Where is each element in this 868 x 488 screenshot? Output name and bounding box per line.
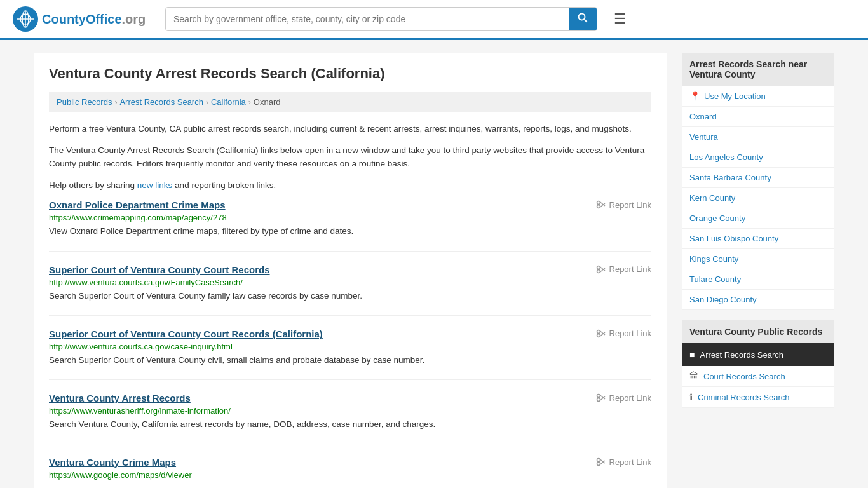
search-input[interactable] bbox=[166, 9, 569, 29]
record-description: View Oxnard Police Department crime maps… bbox=[49, 225, 651, 238]
record-item: Superior Court of Ventura County Court R… bbox=[49, 264, 651, 316]
breadcrumb: Public Records › Arrest Records Search ›… bbox=[49, 92, 651, 112]
scissors-icon bbox=[596, 264, 606, 274]
record-title-link[interactable]: Oxnard Police Department Crime Maps bbox=[49, 200, 226, 210]
record-header: Ventura County Crime Maps Report Link bbox=[49, 457, 651, 468]
svg-point-7 bbox=[597, 201, 600, 205]
breadcrumb-ventura-county: Oxnard bbox=[254, 97, 281, 107]
use-location-label: Use My Location bbox=[704, 92, 766, 101]
breadcrumb-sep-2: › bbox=[206, 98, 208, 107]
svg-point-19 bbox=[597, 395, 600, 398]
svg-point-24 bbox=[597, 463, 600, 466]
records-container: Oxnard Police Department Crime Maps Repo… bbox=[49, 200, 651, 488]
record-title-link[interactable]: Ventura County Arrest Records bbox=[49, 393, 191, 403]
public-records-list: ■Arrest Records Search🏛Court Records Sea… bbox=[682, 343, 834, 408]
nearby-link[interactable]: Tulare County bbox=[689, 274, 741, 284]
search-button[interactable] bbox=[569, 8, 597, 30]
svg-point-20 bbox=[597, 398, 600, 402]
report-link-label: Report Link bbox=[609, 458, 651, 467]
scissors-icon bbox=[596, 457, 606, 467]
logo-name: CountyOffice bbox=[42, 12, 122, 26]
report-link-button[interactable]: Report Link bbox=[596, 264, 651, 274]
nearby-link-item: Kern County bbox=[682, 188, 834, 208]
nearby-link[interactable]: Santa Barbara County bbox=[689, 173, 771, 182]
record-header: Oxnard Police Department Crime Maps Repo… bbox=[49, 200, 651, 210]
active-item-label: Arrest Records Search bbox=[700, 350, 783, 360]
nearby-link-item: Orange County bbox=[682, 208, 834, 229]
breadcrumb-california[interactable]: California bbox=[211, 97, 246, 107]
record-title-link[interactable]: Ventura County Crime Maps bbox=[49, 457, 176, 468]
report-link-button[interactable]: Report Link bbox=[596, 200, 651, 210]
main-container: Ventura County Arrest Records Search (Ca… bbox=[21, 40, 847, 488]
record-url: http://www.ventura.courts.ca.gov/case-in… bbox=[49, 342, 651, 351]
sidebar: Arrest Records Search near Ventura Count… bbox=[682, 53, 834, 488]
public-record-link-item: 🏛Court Records Search bbox=[682, 366, 834, 387]
report-link-label: Report Link bbox=[609, 264, 651, 274]
nearby-link-item: Ventura bbox=[682, 127, 834, 147]
nearby-link[interactable]: Orange County bbox=[689, 214, 745, 223]
nearby-link[interactable]: San Luis Obispo County bbox=[689, 234, 778, 243]
public-records-title: Ventura County Public Records bbox=[682, 320, 834, 343]
report-link-label: Report Link bbox=[609, 329, 651, 338]
nearby-link[interactable]: Ventura bbox=[689, 132, 718, 142]
svg-point-11 bbox=[597, 266, 600, 269]
nearby-link-item: Santa Barbara County bbox=[682, 168, 834, 188]
logo-icon bbox=[13, 6, 38, 32]
pin-icon: 📍 bbox=[689, 91, 700, 101]
description-2: The Ventura County Arrest Records Search… bbox=[49, 144, 651, 171]
nearby-link[interactable]: San Diego County bbox=[689, 295, 757, 304]
record-item-icon: ℹ bbox=[689, 392, 693, 402]
svg-point-16 bbox=[597, 334, 600, 337]
record-url: https://www.google.com/maps/d/viewer bbox=[49, 470, 651, 480]
record-title-link[interactable]: Superior Court of Ventura County Court R… bbox=[49, 264, 270, 275]
record-url: http://www.ventura.courts.ca.gov/FamilyC… bbox=[49, 278, 651, 287]
nearby-link[interactable]: Los Angeles County bbox=[689, 152, 763, 162]
nearby-link-item: Kings County bbox=[682, 249, 834, 269]
public-record-active-item[interactable]: ■Arrest Records Search bbox=[682, 343, 834, 366]
svg-point-12 bbox=[597, 269, 600, 273]
record-header: Superior Court of Ventura County Court R… bbox=[49, 329, 651, 339]
scissors-icon bbox=[596, 393, 606, 403]
logo-suffix: .org bbox=[122, 12, 146, 26]
public-record-link-item: ℹCriminal Records Search bbox=[682, 387, 834, 408]
record-title-link[interactable]: Superior Court of Ventura County Court R… bbox=[49, 329, 323, 339]
record-description: Search Superior Court of Ventura County … bbox=[49, 354, 651, 367]
nearby-link[interactable]: Kern County bbox=[689, 193, 735, 203]
nearby-link[interactable]: Oxnard bbox=[689, 112, 717, 121]
new-links-link[interactable]: new links bbox=[137, 180, 173, 190]
record-item-icon: 🏛 bbox=[689, 371, 698, 381]
public-records-section: Ventura County Public Records ■Arrest Re… bbox=[682, 320, 834, 408]
nearby-link-item: Tulare County bbox=[682, 269, 834, 290]
record-header: Superior Court of Ventura County Court R… bbox=[49, 264, 651, 275]
svg-point-5 bbox=[579, 14, 585, 20]
nearby-link-item: San Luis Obispo County bbox=[682, 229, 834, 249]
report-link-button[interactable]: Report Link bbox=[596, 457, 651, 467]
record-url: https://www.venturasheriff.org/inmate-in… bbox=[49, 406, 651, 416]
nearby-link[interactable]: Kings County bbox=[689, 254, 738, 264]
public-record-link[interactable]: Court Records Search bbox=[703, 372, 785, 381]
scissors-icon bbox=[596, 200, 606, 210]
hamburger-menu-button[interactable]: ☰ bbox=[610, 7, 630, 31]
nearby-link-item: Los Angeles County bbox=[682, 147, 834, 168]
description-3: Help others by sharing new links and rep… bbox=[49, 179, 651, 193]
nearby-section-title: Arrest Records Search near Ventura Count… bbox=[682, 53, 834, 86]
nearby-link-item: Oxnard bbox=[682, 107, 834, 127]
record-url: https://www.crimemapping.com/map/agency/… bbox=[49, 213, 651, 222]
report-link-button[interactable]: Report Link bbox=[596, 393, 651, 403]
description-1: Perform a free Ventura County, CA public… bbox=[49, 122, 651, 136]
record-item: Superior Court of Ventura County Court R… bbox=[49, 329, 651, 380]
report-link-button[interactable]: Report Link bbox=[596, 329, 651, 339]
use-location-item[interactable]: 📍 Use My Location bbox=[682, 86, 834, 107]
logo-area: CountyOffice.org bbox=[13, 6, 153, 32]
search-bar bbox=[165, 7, 597, 31]
nearby-links-list: OxnardVenturaLos Angeles CountySanta Bar… bbox=[682, 107, 834, 310]
desc3-suffix: and reporting broken links. bbox=[172, 180, 276, 190]
record-item: Ventura County Arrest Records Report Lin… bbox=[49, 393, 651, 444]
public-record-link[interactable]: Criminal Records Search bbox=[698, 393, 790, 402]
active-item-icon: ■ bbox=[689, 349, 695, 360]
breadcrumb-public-records[interactable]: Public Records bbox=[57, 97, 112, 107]
content-area: Ventura County Arrest Records Search (Ca… bbox=[34, 53, 667, 488]
page-title: Ventura County Arrest Records Search (Ca… bbox=[49, 65, 651, 82]
breadcrumb-arrest-records[interactable]: Arrest Records Search bbox=[119, 97, 203, 107]
site-header: CountyOffice.org ☰ bbox=[0, 0, 868, 40]
